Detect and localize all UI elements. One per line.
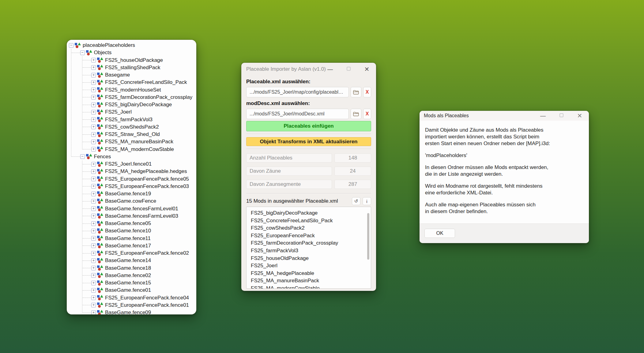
tree-expander-icon[interactable]: + [91,117,96,122]
tree-expander-icon[interactable]: + [91,184,96,189]
tree-node[interactable]: + FS25_MA_manureBasinPack [67,138,196,145]
tree-expander-icon[interactable]: + [91,281,96,285]
tree-node[interactable]: + FS25_EuropeanFencePack.fence04 [67,294,196,302]
tree-node[interactable]: + BaseGame.fence15 [67,279,196,287]
tree-node[interactable]: + FS25_Straw_Shed_Old [67,131,196,138]
tree-expander-icon[interactable]: + [91,214,96,218]
mod-list-item[interactable]: FS25_ConcreteFreeLandSilo_Pack [247,217,371,225]
mod-list-item[interactable]: FS25_houseOldPackage [247,255,371,262]
tree-node[interactable]: + Basegame [67,71,196,79]
tree-expander-icon[interactable]: − [69,43,73,48]
mod-list-item[interactable]: FS25_cowShedsPack2 [247,224,371,232]
mod-list-item[interactable]: FS25_bigDairyDecoPackage [247,209,371,217]
tree-expander-icon[interactable]: + [91,206,96,211]
tree-node[interactable]: + BaseGame.fence17 [67,242,196,250]
browse-moddesc-button[interactable] [351,109,361,119]
tree-expander-icon[interactable]: + [91,229,96,233]
minimize-button[interactable]: — [539,113,547,119]
tree-node[interactable]: + FS25_houseOldPackage [67,57,196,64]
tree-expander-icon[interactable]: + [91,258,96,263]
mod-list-item[interactable]: FS25_farmPackVol3 [247,247,371,255]
info-button[interactable]: i [363,197,371,205]
importer-titlebar[interactable]: Placeable Importer by Aslan (v1.0) — ✕ [241,63,376,76]
tree-expander-icon[interactable]: + [91,73,96,77]
clear-moddesc-button[interactable]: X [363,109,371,119]
tree-node[interactable]: + BaseGame.fence18 [67,265,196,272]
tree-node[interactable]: + FS25_EuropeanFencePack.fence01 [67,302,196,309]
tree-node[interactable]: + FS25_EuropeanFencePack.fence03 [67,183,196,190]
insert-placeables-button[interactable]: Placeables einfügen [246,121,371,131]
tree-node[interactable]: − placeablePlaceholders [67,42,196,49]
tree-expander-icon[interactable]: + [91,251,96,256]
tree-expander-icon[interactable]: + [91,162,96,167]
tree-node[interactable]: + BaseGame.fence02 [67,272,196,279]
tree-expander-icon[interactable]: + [91,95,96,100]
tree-expander-icon[interactable]: + [91,303,96,307]
mod-list-item[interactable]: FS25_Joerl [247,262,371,270]
tree-expander-icon[interactable]: + [91,243,96,248]
scrollbar-thumb[interactable] [367,213,369,260]
tree-expander-icon[interactable]: − [80,51,85,55]
tree-expander-icon[interactable]: + [91,80,96,85]
tree-expander-icon[interactable]: + [91,236,96,241]
tree-node[interactable]: + FS25_MA_hedgePlaceable.hedges [67,168,196,175]
tree-node[interactable]: + BaseGame.fence14 [67,257,196,264]
mod-list-item[interactable]: FS25_farmDecorationPack_crossplay [247,239,371,247]
tree-node[interactable]: + BaseGame.fencesFarmLevel01 [67,205,196,212]
tree-expander-icon[interactable]: + [91,273,96,278]
tree-expander-icon[interactable]: + [91,88,96,92]
tree-node[interactable]: + BaseGame.fence05 [67,220,196,227]
placeable-xml-path-field[interactable]: .../mods/FS25_Joerl/map/config/placeable… [246,87,349,97]
tree-node[interactable]: + FS25_Joerl [67,108,196,116]
tree-expander-icon[interactable]: + [91,147,96,152]
tree-expander-icon[interactable]: + [91,140,96,144]
tree-node[interactable]: + FS25_MA_modernCowStable [67,146,196,153]
tree-expander-icon[interactable]: + [91,58,96,62]
moddesc-xml-path-field[interactable]: .../mods/FS25_Joerl/modDesc.xml [246,109,349,119]
tree-node[interactable]: − Fences [67,153,196,160]
tree-node[interactable]: − Objects [67,49,196,56]
tree-node[interactable]: + FS25_bigDairyDecoPackage [67,101,196,108]
mod-list-item[interactable]: FS25_MA_modernCowStable [247,285,371,289]
tree-expander-icon[interactable]: + [91,103,96,107]
close-button[interactable]: ✕ [575,112,584,119]
tree-node[interactable]: + FS25_stallingShedPack [67,64,196,71]
tree-node[interactable]: + BaseGame.fence10 [67,227,196,235]
mod-list-item[interactable]: FS25_MA_manureBasinPack [247,277,371,285]
tree-node[interactable]: + BaseGame.cowFence [67,197,196,205]
tree-expander-icon[interactable]: + [91,132,96,137]
tree-node[interactable]: + FS25_EuropeanFencePack.fence05 [67,175,196,183]
ok-button[interactable]: OK [424,229,455,238]
browse-placeable-button[interactable] [351,87,361,97]
tree-node[interactable]: + BaseGame.fence01 [67,287,196,294]
tree-expander-icon[interactable]: + [91,177,96,181]
mod-list-item[interactable]: FS25_MA_hedgePlaceable [247,270,371,277]
tree-expander-icon[interactable]: + [91,110,96,115]
tree-node[interactable]: + FS25_Joerl.fence01 [67,160,196,168]
tree-expander-icon[interactable]: + [91,125,96,129]
mod-list-item[interactable]: FS25_EuropeanFencePack [247,232,371,240]
tree-node[interactable]: + FS25_modernHouseSet [67,86,196,94]
mod-listbox[interactable]: FS25_bigDairyDecoPackage FS25_ConcreteFr… [246,207,371,289]
tree-node[interactable]: + FS25_cowShedsPack2 [67,123,196,131]
tree-expander-icon[interactable]: + [91,288,96,293]
tree-node[interactable]: + BaseGame.fencesFarmLevel03 [67,212,196,220]
refresh-button[interactable]: ↺ [352,197,360,205]
tree-expander-icon[interactable]: + [91,199,96,204]
tree-expander-icon[interactable]: + [91,266,96,270]
update-transforms-button[interactable]: Objekt Transforms in XML aktualisieren [246,137,371,146]
tree-node[interactable]: + BaseGame.fence11 [67,235,196,242]
info-titlebar[interactable]: Mods als Placeables — ✕ [420,111,589,121]
tree-node[interactable]: + BaseGame.fence09 [67,309,196,314]
tree-node[interactable]: + FS25_farmPackVol3 [67,116,196,123]
clear-placeable-button[interactable]: X [363,87,371,97]
tree-expander-icon[interactable]: + [91,310,96,314]
minimize-button[interactable]: — [326,66,334,73]
tree-expander-icon[interactable]: + [91,221,96,226]
tree-expander-icon[interactable]: + [91,192,96,196]
tree-expander-icon[interactable]: + [91,169,96,174]
tree-node[interactable]: + BaseGame.fence19 [67,190,196,197]
tree-node[interactable]: + FS25_EuropeanFencePack.fence02 [67,250,196,257]
tree-expander-icon[interactable]: − [80,154,85,159]
close-button[interactable]: ✕ [363,66,371,73]
